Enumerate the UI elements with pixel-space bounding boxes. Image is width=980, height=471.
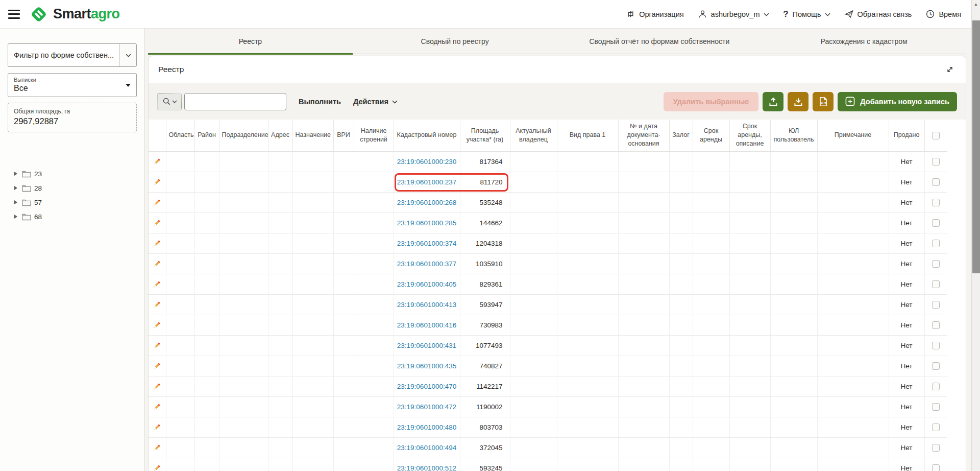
edit-pencil-icon[interactable] <box>153 280 161 288</box>
expand-arrow-icon[interactable] <box>14 200 17 204</box>
cadastral-link[interactable]: 23:19:0601000:405 <box>397 280 456 288</box>
edit-pencil-icon[interactable] <box>153 403 161 411</box>
cadastral-link[interactable]: 23:19:0601000:512 <box>397 464 456 471</box>
edit-pencil-icon[interactable] <box>153 219 161 227</box>
edit-pencil-icon[interactable] <box>153 383 161 390</box>
hamburger-menu-icon[interactable] <box>7 9 21 19</box>
tab-register-summary[interactable]: Сводный по реестру <box>353 29 557 55</box>
area-value: 740827 <box>479 362 502 370</box>
row-checkbox[interactable] <box>932 342 940 349</box>
scroll-up-arrow-icon[interactable]: ▲ <box>972 0 980 8</box>
cell-srok-opisanie <box>729 437 770 458</box>
row-checkbox[interactable] <box>932 219 940 227</box>
maximize-icon[interactable] <box>944 63 956 76</box>
run-button[interactable]: Выполнить <box>299 98 341 106</box>
menu-item-help[interactable]: ? Помощь <box>783 9 830 19</box>
row-checkbox[interactable] <box>932 240 940 247</box>
edit-pencil-icon[interactable] <box>153 260 161 268</box>
chevron-down-icon[interactable] <box>119 44 136 66</box>
edit-pencil-icon[interactable] <box>153 321 161 329</box>
cadastral-link[interactable]: 23:19:0601000:230 <box>397 158 456 166</box>
area-value: 1035910 <box>476 260 503 268</box>
row-checkbox[interactable] <box>932 444 940 452</box>
row-checkbox[interactable] <box>932 199 940 206</box>
cell-area: 1204318 <box>460 233 510 253</box>
cell-dokument <box>618 294 669 315</box>
cadastral-link[interactable]: 23:19:0601000:431 <box>397 342 456 349</box>
edit-pencil-icon[interactable] <box>153 423 161 431</box>
row-checkbox[interactable] <box>932 158 940 166</box>
tree-item-23[interactable]: 23 <box>14 169 137 178</box>
cadastral-link[interactable]: 23:19:0601000:377 <box>397 260 456 268</box>
sold-value: Нет <box>901 178 913 186</box>
export-xls-button[interactable]: XLS <box>813 92 834 111</box>
edit-pencil-icon[interactable] <box>153 444 161 452</box>
extracts-select[interactable]: Выписки Все <box>8 73 137 97</box>
row-checkbox[interactable] <box>932 280 940 288</box>
expand-arrow-icon[interactable] <box>14 172 17 176</box>
row-checkbox[interactable] <box>932 403 940 411</box>
cadastral-link[interactable]: 23:19:0601000:435 <box>397 362 456 370</box>
menu-item-time[interactable]: Время <box>925 9 961 19</box>
row-checkbox[interactable] <box>932 321 940 329</box>
row-checkbox[interactable] <box>932 178 940 186</box>
search-input[interactable] <box>184 93 286 110</box>
menu-item-user[interactable]: ashurbegov_m <box>698 9 769 19</box>
ownership-filter-label: Фильтр по форме собствен... <box>8 44 119 66</box>
scrollbar-thumb[interactable] <box>972 20 980 273</box>
cell-srok-opisanie <box>729 294 770 315</box>
cadastral-link[interactable]: 23:19:0601000:472 <box>397 403 456 411</box>
edit-pencil-icon[interactable] <box>153 464 161 471</box>
tab-cadastre-discrepancies[interactable]: Расхождения с кадастром <box>762 29 966 55</box>
download-button[interactable] <box>788 92 808 111</box>
search-options-button[interactable] <box>157 93 182 110</box>
expand-arrow-icon[interactable] <box>14 215 17 219</box>
table-row: 23:19:0601000:431 1077493 Нет <box>149 335 947 356</box>
edit-pencil-icon[interactable] <box>153 158 161 166</box>
edit-pencil-icon[interactable] <box>153 178 161 186</box>
row-checkbox[interactable] <box>932 260 940 268</box>
tree-item-68[interactable]: 68 <box>14 212 137 221</box>
cell-adres <box>268 437 292 458</box>
tab-ownership-report[interactable]: Сводный отчёт по формам собственности <box>557 29 762 55</box>
row-checkbox[interactable] <box>932 301 940 309</box>
cadastral-link[interactable]: 23:19:0601000:374 <box>397 240 456 247</box>
row-checkbox[interactable] <box>932 383 940 390</box>
tree-item-28[interactable]: 28 <box>14 183 137 193</box>
chevron-down-icon <box>172 100 177 103</box>
tab-register[interactable]: Реестр <box>148 29 353 55</box>
cell-sold: Нет <box>889 192 924 213</box>
tree-item-57[interactable]: 57 <box>14 198 137 207</box>
edit-pencil-icon[interactable] <box>153 342 161 349</box>
vertical-scrollbar[interactable]: ▲ <box>971 0 980 471</box>
sold-value: Нет <box>901 240 913 247</box>
edit-pencil-icon[interactable] <box>153 301 161 309</box>
cadastral-link[interactable]: 23:19:0601000:268 <box>397 199 456 206</box>
delete-selected-button[interactable]: Удалить выбранные <box>664 92 759 111</box>
row-checkbox[interactable] <box>932 423 940 431</box>
edit-pencil-icon[interactable] <box>153 199 161 206</box>
menu-item-organization[interactable]: Организация <box>626 9 683 19</box>
edit-pencil-icon[interactable] <box>153 362 161 370</box>
ownership-filter-button[interactable]: Фильтр по форме собствен... <box>8 43 137 67</box>
cell-yul <box>770 274 817 294</box>
add-record-button[interactable]: Добавить новую запись <box>838 92 957 111</box>
cell-cadastral: 23:19:0601000:374 <box>394 233 460 253</box>
cadastral-link[interactable]: 23:19:0601000:480 <box>397 423 456 431</box>
actions-menu-button[interactable]: Действия <box>353 98 398 106</box>
cadastral-link[interactable]: 23:19:0601000:237 <box>397 178 456 186</box>
upload-button[interactable] <box>763 92 783 111</box>
row-checkbox[interactable] <box>932 464 940 471</box>
cadastral-link[interactable]: 23:19:0601000:285 <box>397 219 456 227</box>
cadastral-link[interactable]: 23:19:0601000:470 <box>397 383 456 390</box>
cell-srok-arendy <box>693 274 729 294</box>
app-logo[interactable]: Smartagro <box>29 5 120 24</box>
row-checkbox[interactable] <box>932 362 940 370</box>
cadastral-link[interactable]: 23:19:0601000:416 <box>397 321 456 329</box>
cadastral-link[interactable]: 23:19:0601000:494 <box>397 444 456 452</box>
menu-item-feedback[interactable]: Обратная связь <box>844 9 912 19</box>
cadastral-link[interactable]: 23:19:0601000:413 <box>397 301 456 309</box>
select-all-checkbox[interactable] <box>932 132 940 139</box>
expand-arrow-icon[interactable] <box>14 186 17 190</box>
edit-pencil-icon[interactable] <box>153 240 161 247</box>
